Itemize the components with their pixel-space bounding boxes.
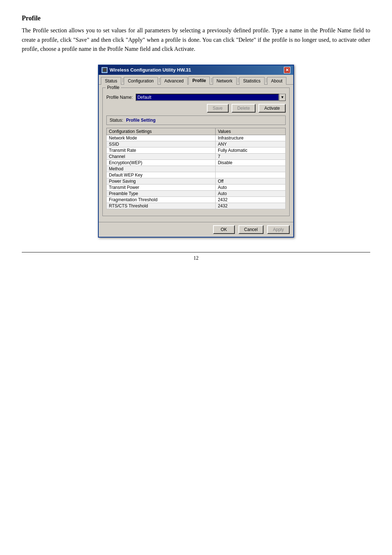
- tabs-row: Status | Configuration | Advanced Profil…: [99, 75, 293, 85]
- col-values-header: Values: [216, 128, 286, 135]
- table-row: Power SavingOff: [107, 178, 286, 184]
- setting-cell: Preamble Type: [107, 190, 216, 197]
- dialog: ⬛ Wireless Configuration Utility HW.31 ✕…: [98, 65, 294, 238]
- tab-about[interactable]: About: [267, 77, 286, 85]
- value-cell: Auto: [216, 190, 286, 197]
- profile-name-input[interactable]: [136, 94, 279, 101]
- table-row: Network ModeInfrastructure: [107, 135, 286, 141]
- col-settings-header: Configuration Settings: [107, 128, 216, 135]
- value-cell: Infrastructure: [216, 135, 286, 141]
- status-label: Status:: [110, 118, 123, 123]
- value-cell: [216, 172, 286, 178]
- status-row: Status: Profile Setting: [106, 116, 286, 125]
- profile-name-label: Profile Name:: [106, 95, 133, 100]
- dialog-titlebar: ⬛ Wireless Configuration Utility HW.31 ✕: [99, 65, 293, 75]
- setting-cell: Transmit Rate: [107, 147, 216, 153]
- value-cell: ANY: [216, 141, 286, 147]
- profile-group-box: Profile Profile Name: ▼ Save Delete Acti…: [102, 88, 290, 216]
- table-row: RTS/CTS Threshold2432: [107, 203, 286, 209]
- group-box-legend: Profile: [106, 85, 121, 90]
- value-cell: 7: [216, 153, 286, 159]
- setting-cell: Network Mode: [107, 135, 216, 141]
- profile-name-row: Profile Name: ▼: [106, 94, 286, 101]
- tab-status[interactable]: Status: [101, 77, 121, 85]
- page-title: Profile: [22, 15, 370, 22]
- tab-profile[interactable]: Profile: [188, 77, 210, 85]
- page-number: 12: [193, 255, 199, 261]
- table-row: Fragmentation Threshold2432: [107, 197, 286, 203]
- table-row: Default WEP Key: [107, 172, 286, 178]
- table-row: Transmit RateFully Automatic: [107, 147, 286, 153]
- setting-cell: Fragmentation Threshold: [107, 197, 216, 203]
- table-row: Channel7: [107, 153, 286, 159]
- tab-advanced[interactable]: Advanced: [160, 77, 188, 85]
- setting-cell: Channel: [107, 153, 216, 159]
- activate-button[interactable]: Activate: [258, 104, 286, 113]
- setting-cell: Transmit Power: [107, 184, 216, 190]
- table-row: Method: [107, 166, 286, 172]
- value-cell: Auto: [216, 184, 286, 190]
- save-button[interactable]: Save: [207, 104, 229, 113]
- dialog-title: Wireless Configuration Utility HW.31: [110, 67, 191, 73]
- value-cell: 2432: [216, 203, 286, 209]
- dialog-content: Profile Profile Name: ▼ Save Delete Acti…: [99, 85, 293, 222]
- table-row: Transmit PowerAuto: [107, 184, 286, 190]
- apply-button[interactable]: Apply: [267, 225, 290, 234]
- tab-statistics[interactable]: Statistics: [239, 77, 265, 85]
- value-cell: [216, 166, 286, 172]
- setting-cell: RTS/CTS Threshold: [107, 203, 216, 209]
- profile-action-buttons: Save Delete Activate: [106, 104, 286, 113]
- value-cell: Fully Automatic: [216, 147, 286, 153]
- setting-cell: Default WEP Key: [107, 172, 216, 178]
- setting-cell: Method: [107, 166, 216, 172]
- bottom-buttons: OK Cancel Apply: [99, 222, 293, 237]
- setting-cell: SSID: [107, 141, 216, 147]
- table-row: Preamble TypeAuto: [107, 190, 286, 197]
- table-row: SSIDANY: [107, 141, 286, 147]
- dialog-wrapper: ⬛ Wireless Configuration Utility HW.31 ✕…: [22, 65, 370, 238]
- dialog-app-icon: ⬛: [102, 67, 107, 73]
- page-body-text: The Profile section allows you to set va…: [22, 26, 370, 54]
- status-value: Profile Setting: [126, 118, 155, 123]
- config-table: Configuration Settings Values Network Mo…: [106, 128, 286, 209]
- table-row: Encryption(WEP)Disable: [107, 159, 286, 166]
- setting-cell: Power Saving: [107, 178, 216, 184]
- setting-cell: Encryption(WEP): [107, 159, 216, 166]
- value-cell: 2432: [216, 197, 286, 203]
- close-button[interactable]: ✕: [284, 67, 290, 73]
- tab-configuration[interactable]: Configuration: [124, 77, 158, 85]
- profile-dropdown-button[interactable]: ▼: [279, 94, 286, 101]
- titlebar-left: ⬛ Wireless Configuration Utility HW.31: [102, 67, 191, 73]
- cancel-button[interactable]: Cancel: [238, 225, 264, 234]
- value-cell: Off: [216, 178, 286, 184]
- value-cell: Disable: [216, 159, 286, 166]
- page-footer: 12: [22, 252, 370, 261]
- delete-button[interactable]: Delete: [232, 104, 256, 113]
- tab-network[interactable]: Network: [213, 77, 237, 85]
- ok-button[interactable]: OK: [213, 225, 235, 234]
